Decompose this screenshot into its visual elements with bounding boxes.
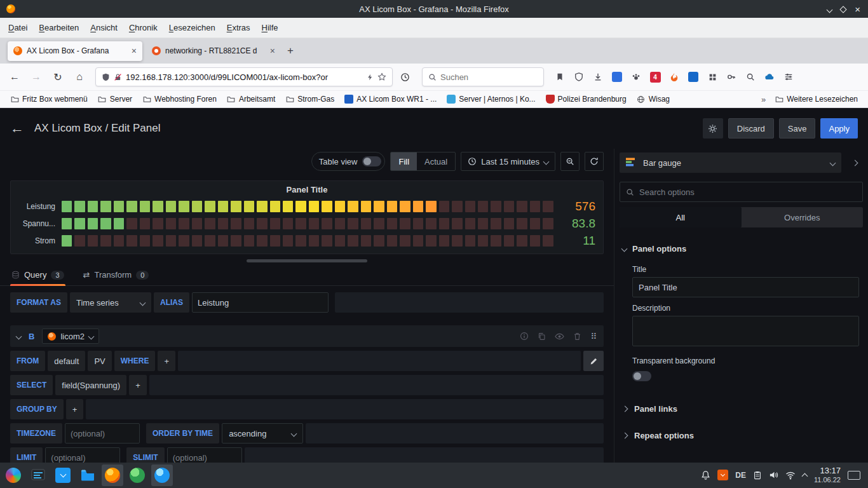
flame-extension-icon[interactable] (667, 70, 681, 84)
shield-icon[interactable] (102, 73, 110, 81)
collapse-sidebar-button[interactable] (846, 152, 863, 173)
history-clock-icon[interactable] (395, 67, 414, 86)
group-by-add-button[interactable]: + (66, 399, 84, 419)
clock[interactable]: 13:17 11.06.22 (814, 466, 841, 484)
transparent-background-switch[interactable] (632, 371, 651, 381)
drag-handle-icon[interactable]: ⠿ (590, 332, 597, 341)
tab-query[interactable]: Query 3 (10, 268, 65, 285)
blue-app-icon[interactable] (151, 464, 173, 486)
tab-close-icon[interactable]: × (270, 46, 275, 55)
menu-hilfe[interactable]: Hilfe (256, 20, 284, 36)
app-launcher-icon[interactable] (3, 464, 24, 486)
blue-s-extension-icon[interactable] (686, 70, 700, 84)
panel-title-input[interactable] (632, 277, 859, 297)
tab-all[interactable]: All (620, 207, 742, 227)
edit-query-pencil-icon[interactable] (583, 351, 604, 371)
select-field[interactable]: field(Spannung) (55, 375, 126, 395)
search-bar[interactable] (422, 67, 544, 86)
file-manager-icon[interactable] (77, 464, 98, 486)
menu-extras[interactable]: Extras (221, 20, 256, 36)
panel-settings-gear-icon[interactable] (703, 118, 723, 139)
browser-tab[interactable]: networking - RTL8821CE d × (146, 41, 281, 61)
grid-extension-icon[interactable] (705, 70, 719, 84)
firefox-taskbar-icon[interactable] (102, 464, 123, 486)
download-icon[interactable] (591, 70, 605, 84)
menu-ansicht[interactable]: Ansicht (85, 20, 123, 36)
save-button[interactable]: Save (779, 118, 816, 139)
insecure-lock-icon[interactable] (114, 73, 122, 81)
options-search-box[interactable] (620, 182, 863, 202)
time-range-picker[interactable]: Last 15 minutes (461, 152, 555, 171)
menu-bearbeiten[interactable]: Bearbeiten (33, 20, 85, 36)
green-app-icon[interactable] (126, 464, 148, 486)
bookmark-item[interactable]: Wisag (633, 93, 674, 105)
more-bookmarks[interactable]: Weitere Lesezeichen (771, 93, 862, 105)
tray-expand-chevron[interactable] (803, 470, 807, 481)
back-to-dashboard-icon[interactable]: ← (10, 120, 24, 137)
panel-preview[interactable]: Panel Title Leistung576Spannu...83.8Stro… (10, 180, 604, 254)
query-help-icon[interactable] (520, 332, 529, 341)
key-icon[interactable] (724, 70, 738, 84)
search-extension-icon[interactable] (743, 70, 757, 84)
privacy-shield-icon[interactable] (572, 70, 586, 84)
menu-lesezeichen[interactable]: Lesezeichen (163, 20, 221, 36)
panel-options-section[interactable]: Panel options (614, 227, 868, 259)
menu-chronik[interactable]: Chronik (123, 20, 163, 36)
search-input[interactable] (440, 72, 538, 82)
clipboard-icon[interactable] (753, 471, 762, 480)
delete-query-trash-icon[interactable] (573, 332, 581, 341)
panel-links-section[interactable]: Panel links (614, 395, 868, 422)
disable-query-eye-icon[interactable] (555, 332, 564, 341)
refresh-button[interactable] (585, 152, 604, 171)
bookmark-item[interactable]: Server (94, 93, 136, 105)
browser-tab-active[interactable]: AX Licom Box - Grafana × (8, 41, 142, 61)
limit-input[interactable] (45, 447, 120, 463)
apply-button[interactable]: Apply (820, 118, 858, 139)
cloud-extension-icon[interactable] (763, 70, 776, 84)
maximize-button[interactable] (841, 4, 846, 14)
options-search-input[interactable] (639, 187, 857, 197)
virtual-desktop-pager[interactable] (848, 471, 860, 480)
zoom-out-button[interactable] (560, 152, 580, 171)
translate-extension-icon[interactable] (610, 70, 624, 84)
discover-icon[interactable] (52, 464, 74, 486)
actual-option[interactable]: Actual (417, 152, 455, 170)
table-view-toggle[interactable]: Table view (311, 152, 386, 171)
sliders-icon[interactable] (782, 70, 796, 84)
close-button[interactable]: × (855, 4, 860, 14)
bookmark-item[interactable]: Arbeitsamt (223, 93, 279, 105)
bookmark-star-icon[interactable] (377, 72, 386, 81)
duplicate-query-icon[interactable] (538, 332, 546, 341)
system-monitor-icon[interactable] (27, 464, 49, 486)
from-policy[interactable]: default (48, 351, 85, 371)
wifi-icon[interactable] (785, 470, 796, 480)
description-textarea[interactable] (632, 316, 859, 346)
alias-input[interactable] (192, 292, 329, 313)
reload-button[interactable]: ↻ (48, 67, 67, 86)
bookmarks-overflow-chevron[interactable]: » (757, 95, 770, 104)
repeat-options-section[interactable]: Repeat options (614, 422, 868, 449)
bookmark-item[interactable]: Strom-Gas (281, 93, 338, 105)
select-add-button[interactable]: + (129, 375, 147, 395)
bookmark-item[interactable]: Polizei Brandenburg (542, 93, 630, 105)
bookmark-item[interactable]: AX Licom Box WR1 - ... (341, 93, 440, 105)
order-by-select[interactable]: ascending (222, 423, 303, 444)
datasource-picker[interactable]: licom2 (42, 329, 99, 344)
from-measurement[interactable]: PV (88, 351, 111, 371)
keyboard-layout-indicator[interactable]: DE (735, 471, 746, 480)
updates-icon[interactable] (717, 470, 728, 480)
where-add-button[interactable]: + (158, 351, 175, 371)
slimit-input[interactable] (167, 447, 242, 463)
tab-close-icon[interactable]: × (132, 46, 137, 55)
bookmark-item[interactable]: Server | Aternos | Ko... (443, 93, 539, 105)
fill-option[interactable]: Fill (391, 152, 417, 170)
forward-button[interactable]: → (27, 67, 46, 86)
query-b-header[interactable]: B licom2 (10, 325, 604, 347)
url-bar[interactable] (95, 67, 393, 86)
timezone-input[interactable] (65, 423, 140, 444)
new-tab-button[interactable]: + (287, 44, 294, 57)
volume-icon[interactable] (769, 470, 778, 480)
menu-datei[interactable]: Datei (3, 20, 33, 36)
table-view-switch[interactable] (362, 156, 381, 166)
bookmark-item[interactable]: Fritz Box webmenü (6, 93, 92, 105)
